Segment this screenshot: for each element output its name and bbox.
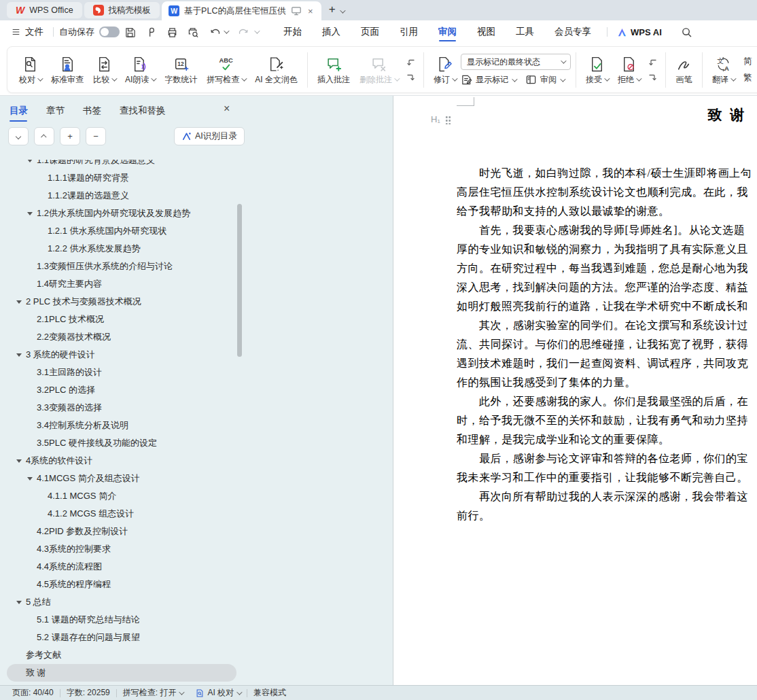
close-tab-icon[interactable]: × [306, 6, 315, 16]
search-button[interactable] [681, 27, 692, 38]
previous-comment-icon[interactable] [406, 58, 416, 67]
toc-item[interactable]: 5 总结 [0, 593, 245, 611]
show-markup-button[interactable]: 显示标记 [461, 74, 516, 86]
ink-pen-button[interactable]: 画笔 [671, 53, 697, 87]
toc-item[interactable]: 1.2.2 供水系统发展趋势 [0, 240, 245, 258]
insert-comment-button[interactable]: 插入批注 [313, 53, 355, 87]
spell-check-button[interactable]: ABC 拼写检查 [202, 53, 250, 87]
toc-item[interactable]: 1.1课题的研究背景及选题意义 [0, 160, 245, 169]
word-count-indicator[interactable]: 字数: 20259 [60, 687, 116, 699]
autosave-toggle[interactable] [99, 27, 120, 37]
toc-item[interactable]: 1.4研究主要内容 [0, 275, 245, 293]
toc-item[interactable]: 3 系统的硬件设计 [0, 346, 245, 364]
toc-item[interactable]: 3.4控制系统分析及说明 [0, 417, 245, 434]
proofread-button[interactable]: 校对 [14, 53, 46, 87]
collapse-triangle-icon[interactable] [27, 212, 37, 215]
collapse-triangle-icon[interactable] [16, 601, 26, 604]
toc-item[interactable]: 4.4系统的流程图 [0, 558, 245, 576]
toc-item[interactable]: 4.1.2 MCGS 组态设计 [0, 505, 245, 523]
output-button[interactable] [141, 27, 162, 38]
ai-read-aloud-button[interactable]: AI朗读 [120, 53, 160, 87]
previous-revision-icon[interactable] [648, 58, 658, 67]
track-changes-button[interactable]: 修订 [429, 53, 461, 87]
menu-tab[interactable]: 插入 [312, 20, 351, 43]
word-count-button[interactable]: 12 字数统计 [160, 53, 202, 87]
toc-item[interactable]: 2.1PLC 技术概况 [0, 311, 245, 328]
print-button[interactable] [162, 27, 183, 38]
tab-template-store[interactable]: 找稿壳模板 [84, 2, 160, 18]
toc-item[interactable]: 4.1.1 MCGS 简介 [0, 487, 245, 505]
undo-chevron-icon[interactable] [224, 28, 229, 33]
ai-proofread-button[interactable]: AI 校对 [189, 687, 247, 699]
save-button[interactable] [120, 27, 141, 38]
sidebar-scrollbar-thumb[interactable] [237, 204, 242, 357]
toc-item[interactable]: 5.1 课题的研究总结与结论 [0, 611, 245, 629]
collapse-triangle-icon[interactable] [16, 459, 26, 463]
file-menu-button[interactable]: 文件 [7, 26, 48, 38]
simplified-traditional-button[interactable]: 简 繁 [739, 56, 752, 84]
toc-item[interactable]: 1.2供水系统国内外研究现状及发展趋势 [0, 205, 245, 222]
toc-item[interactable]: 4.5系统的程序编程 [0, 576, 245, 593]
redo-chevron-icon[interactable] [254, 28, 260, 33]
menu-tab[interactable]: 页面 [351, 20, 389, 43]
menu-tab[interactable]: 视图 [467, 20, 506, 43]
toc-item[interactable]: 4系统的软件设计 [0, 452, 245, 470]
toc-item[interactable]: 1.2.1 供水系统国内外研究现状 [0, 222, 245, 240]
collapse-triangle-icon[interactable] [27, 160, 37, 162]
collapse-triangle-icon[interactable] [27, 477, 37, 480]
zoom-out-button[interactable]: − [86, 127, 106, 145]
toc-item[interactable]: 4.1MCGS 简介及组态设计 [0, 470, 245, 487]
menu-tab[interactable]: 引用 [389, 20, 428, 43]
new-tab-button[interactable]: + [329, 3, 336, 16]
toc-item[interactable]: 1.3变频恒压供水系统的介绍与讨论 [0, 258, 245, 275]
markup-state-select[interactable]: 显示标记的最终状态 [461, 54, 571, 70]
collapse-triangle-icon[interactable] [16, 300, 26, 304]
next-revision-icon[interactable] [648, 73, 658, 82]
toc-item[interactable]: 参考文献 [0, 646, 245, 664]
toc-item[interactable]: 2.2变频器技术概况 [0, 328, 245, 346]
sidebar-tab[interactable]: 书签 [83, 105, 101, 122]
toc-item[interactable]: 4.3系统的控制要求 [0, 540, 245, 558]
toc-item[interactable]: 2 PLC 技术与变频器技术概况 [0, 293, 245, 311]
document-page[interactable]: H₁ 致 谢 时光飞逝，如白驹过隙，我的本科/硕士生涯即将画上句高层住宅恒压供水… [394, 96, 757, 685]
collapse-triangle-icon[interactable] [16, 353, 26, 357]
toc-item[interactable]: 5.2 课题存在的问题与展望 [0, 629, 245, 646]
review-pane-button[interactable]: 审阅 [525, 74, 564, 86]
standard-review-button[interactable]: 标准审查 [46, 53, 88, 87]
sidebar-tab[interactable]: 章节 [46, 105, 65, 122]
menu-tab[interactable]: 会员专享 [544, 20, 601, 43]
toc-item[interactable]: 4.2PID 参数及控制设计 [0, 523, 245, 540]
delete-comment-button[interactable]: 删除批注 [355, 53, 403, 87]
spellcheck-status[interactable]: 拼写检查: 打开 [117, 687, 190, 699]
tab-wps-office[interactable]: W WPS Office [7, 2, 82, 18]
page-indicator[interactable]: 页面: 40/40 [6, 687, 60, 699]
translate-button[interactable]: 文A 翻译 [707, 53, 739, 87]
undo-button[interactable] [205, 27, 232, 37]
expand-all-button[interactable] [8, 127, 29, 145]
sidebar-tab[interactable]: 目录 [10, 105, 28, 122]
ai-polish-button[interactable]: AI 全文润色 [250, 53, 302, 87]
reject-revision-button[interactable]: 拒绝 [613, 53, 645, 87]
toc-item[interactable]: 致 谢 [7, 664, 236, 682]
sidebar-tab[interactable]: 查找和替换 [120, 105, 166, 122]
zoom-in-button[interactable]: + [60, 127, 80, 145]
toc-item[interactable]: 3.5PLC 硬件接线及功能的设定 [0, 434, 245, 452]
compare-button[interactable]: 比较 [88, 53, 120, 87]
next-comment-icon[interactable] [406, 73, 416, 82]
collapse-all-button[interactable] [34, 127, 54, 145]
tab-list-chevron-icon[interactable] [340, 7, 345, 13]
ai-recognize-toc-button[interactable]: AI识别目录 [174, 127, 245, 145]
toc-item[interactable]: 3.1主回路的设计 [0, 364, 245, 381]
toc-item[interactable]: 3.2PLC 的选择 [0, 381, 245, 399]
redo-button[interactable] [232, 27, 254, 37]
toc-item[interactable]: 3.3变频器的选择 [0, 399, 245, 417]
tab-document-active[interactable]: W 基于PLC的高层住宅恒压供水 × [162, 1, 321, 20]
close-sidebar-icon[interactable]: × [224, 103, 230, 115]
print-preview-button[interactable] [183, 27, 205, 38]
menu-tab[interactable]: 工具 [506, 20, 544, 43]
menu-tab[interactable]: 审阅 [428, 20, 467, 43]
wps-ai-button[interactable]: WPS AI [613, 27, 666, 37]
menu-tab[interactable]: 开始 [273, 20, 312, 43]
toc-item[interactable]: 1.1.1课题的研究背景 [0, 169, 245, 187]
accept-revision-button[interactable]: 接受 [581, 53, 613, 87]
